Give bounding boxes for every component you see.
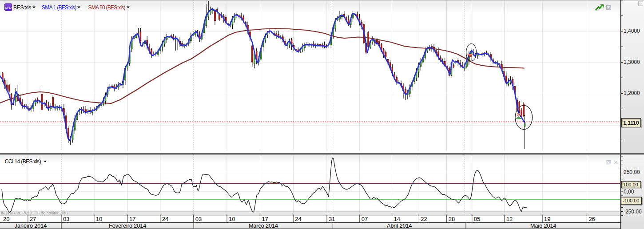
svg-text:CCI 14 (BES:xls): CCI 14 (BES:xls) (5, 158, 41, 165)
svg-text:-250,00: -250,00 (624, 209, 642, 215)
svg-text:17: 17 (129, 216, 135, 222)
svg-text:10: 10 (96, 216, 102, 222)
svg-text:Março 2014: Março 2014 (249, 223, 278, 229)
svg-text:Fuso horário: TMG: Fuso horário: TMG (37, 211, 68, 215)
svg-text:03: 03 (63, 216, 69, 222)
svg-text:1,2000: 1,2000 (624, 90, 640, 96)
svg-text:Fevereiro 2014: Fevereiro 2014 (109, 223, 146, 229)
svg-text:22: 22 (421, 216, 427, 222)
svg-text:27: 27 (30, 216, 36, 222)
svg-text:0,00: 0,00 (624, 189, 634, 195)
svg-text:28: 28 (449, 216, 455, 222)
svg-text:12: 12 (506, 216, 513, 222)
svg-text:31: 31 (329, 216, 335, 222)
svg-text:SMA 1 (BES:xls): SMA 1 (BES:xls) (42, 4, 76, 11)
svg-text:07: 07 (362, 216, 368, 222)
svg-text:17: 17 (262, 216, 268, 222)
svg-text:Maio 2014: Maio 2014 (530, 223, 556, 229)
svg-text:BES:xls: BES:xls (13, 4, 31, 11)
svg-text:Abril 2014: Abril 2014 (387, 223, 412, 229)
svg-text:10: 10 (229, 216, 235, 222)
svg-text:26: 26 (588, 216, 595, 222)
svg-text:1,3000: 1,3000 (624, 59, 640, 65)
svg-text:05: 05 (474, 216, 480, 222)
svg-text:100,00: 100,00 (623, 182, 638, 187)
svg-text:Janeiro 2014: Janeiro 2014 (15, 223, 47, 229)
svg-text:19: 19 (544, 216, 550, 222)
svg-text:1,4000: 1,4000 (624, 28, 640, 34)
svg-text:INDICATIVE PRICE: INDICATIVE PRICE (1, 211, 34, 215)
svg-text:CFD: CFD (5, 6, 12, 10)
svg-text:250,00: 250,00 (624, 169, 640, 175)
svg-text:24: 24 (295, 216, 301, 222)
svg-text:14: 14 (394, 216, 400, 222)
svg-text:SMA 50 (BES:xls): SMA 50 (BES:xls) (88, 4, 126, 11)
svg-text:03: 03 (195, 216, 202, 222)
svg-text:20: 20 (3, 216, 9, 222)
svg-text:-100,00: -100,00 (623, 198, 639, 203)
svg-text:24: 24 (162, 216, 168, 222)
svg-text:1,1110: 1,1110 (623, 120, 639, 126)
